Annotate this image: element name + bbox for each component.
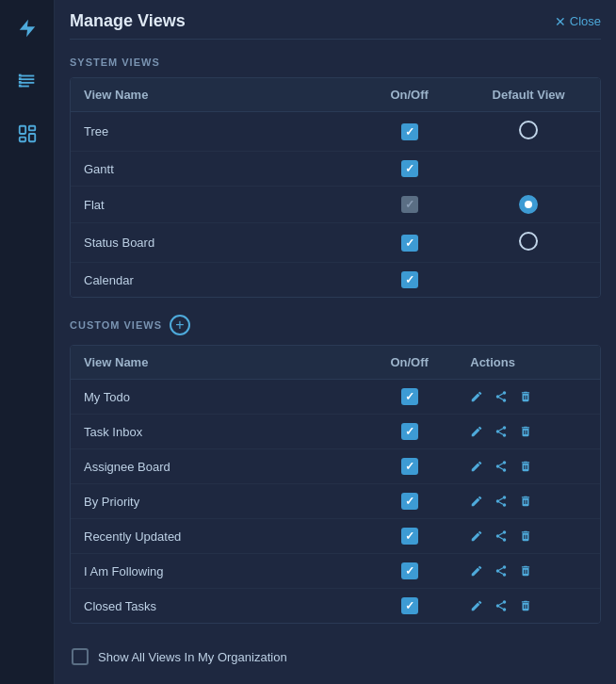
system-view-checkbox[interactable] [401,123,418,140]
svg-line-22 [499,429,503,431]
col-header-default: Default View [457,78,600,112]
custom-view-onoff-cell [362,449,457,484]
custom-view-checkbox[interactable] [401,423,418,440]
svg-rect-10 [28,126,34,131]
system-view-name: Flat [71,187,362,223]
board-icon[interactable] [10,117,44,151]
share-icon[interactable] [494,495,508,508]
custom-view-name: Closed Tasks [71,589,362,624]
share-icon[interactable] [494,529,508,543]
custom-view-name: By Priority [71,484,362,519]
show-all-views-label: Show All Views In My Organization [98,650,287,664]
share-icon[interactable] [494,599,508,612]
custom-view-onoff-cell [362,554,457,589]
custom-view-checkbox[interactable] [401,493,418,510]
custom-view-checkbox[interactable] [401,562,418,579]
custom-view-checkbox[interactable] [401,528,418,545]
system-views-label: SYSTEM VIEWS [70,57,601,68]
custom-view-actions-cell [457,415,600,449]
system-view-name: Calendar [71,263,362,298]
delete-icon[interactable] [519,564,532,578]
table-row: Calendar [71,263,600,298]
delete-icon[interactable] [519,460,532,473]
svg-point-30 [503,503,507,507]
system-view-onoff-cell [362,152,457,187]
system-view-default-cell [457,263,600,298]
list-icon[interactable] [10,64,44,98]
svg-marker-0 [19,20,35,37]
system-view-checkbox[interactable] [401,235,418,252]
custom-view-actions-cell [457,589,600,624]
system-view-default-radio-selected[interactable] [519,195,538,214]
svg-point-34 [496,534,500,538]
svg-point-18 [503,426,507,430]
svg-rect-8 [18,85,21,88]
custom-view-checkbox[interactable] [401,458,418,475]
share-icon[interactable] [494,390,508,403]
svg-line-41 [499,572,503,574]
custom-view-checkbox[interactable] [401,597,418,614]
share-icon[interactable] [494,425,508,438]
share-icon[interactable] [494,564,508,578]
sidebar [0,0,55,684]
delete-icon[interactable] [519,425,532,438]
table-row: Closed Tasks [71,589,600,624]
custom-view-onoff-cell [362,589,457,624]
system-view-checkbox[interactable] [401,271,418,288]
edit-icon[interactable] [470,564,483,578]
edit-icon[interactable] [470,529,483,543]
show-all-views-checkbox[interactable] [72,648,89,665]
custom-view-actions-cell [457,380,600,415]
svg-point-25 [503,468,507,472]
system-view-default-radio[interactable] [519,121,538,139]
delete-icon[interactable] [519,529,532,543]
svg-point-44 [496,604,500,608]
system-view-default-radio[interactable] [519,232,538,251]
delete-icon[interactable] [519,390,532,403]
custom-view-checkbox[interactable] [401,388,418,405]
svg-point-13 [503,391,507,395]
svg-line-32 [499,498,503,500]
table-row: Flat [71,187,600,223]
svg-point-38 [503,565,507,569]
lightning-icon[interactable] [10,11,44,45]
delete-icon[interactable] [519,495,532,508]
edit-icon[interactable] [470,495,483,508]
svg-point-19 [496,430,500,433]
svg-rect-7 [18,81,21,84]
edit-icon[interactable] [470,390,483,403]
share-icon[interactable] [494,460,508,473]
svg-rect-5 [18,74,21,77]
svg-line-21 [499,432,503,434]
system-view-checkbox[interactable] [401,160,418,177]
svg-rect-12 [19,138,24,142]
custom-views-label: CUSTOM VIEWS [70,319,162,331]
custom-col-header-onoff: On/Off [362,346,457,380]
svg-point-15 [503,399,507,402]
custom-view-name: Recently Updated [71,519,362,554]
add-custom-view-button[interactable]: + [170,315,190,335]
edit-icon[interactable] [470,460,483,473]
system-view-onoff-cell [362,187,457,223]
edit-icon[interactable] [470,599,483,612]
svg-line-26 [499,467,503,469]
svg-line-17 [499,394,503,396]
close-button[interactable]: ✕ Close [555,14,601,29]
system-view-checkbox[interactable] [401,196,418,213]
system-view-default-cell [457,223,600,263]
svg-rect-9 [19,126,24,134]
svg-rect-11 [28,134,34,141]
svg-point-39 [496,569,500,573]
custom-col-header-viewname: View Name [71,346,362,380]
svg-point-29 [496,499,500,503]
panel-title: Manage Views [70,11,186,31]
edit-icon[interactable] [470,425,483,438]
system-views-header-row: View Name On/Off Default View [71,78,600,112]
system-views-table: View Name On/Off Default View TreeGanttF… [70,77,601,298]
svg-line-31 [499,502,503,504]
svg-point-24 [496,464,500,468]
custom-view-name: My Todo [71,380,362,415]
table-row: My Todo [71,380,600,415]
custom-view-actions-cell [457,449,600,484]
delete-icon[interactable] [519,599,532,612]
